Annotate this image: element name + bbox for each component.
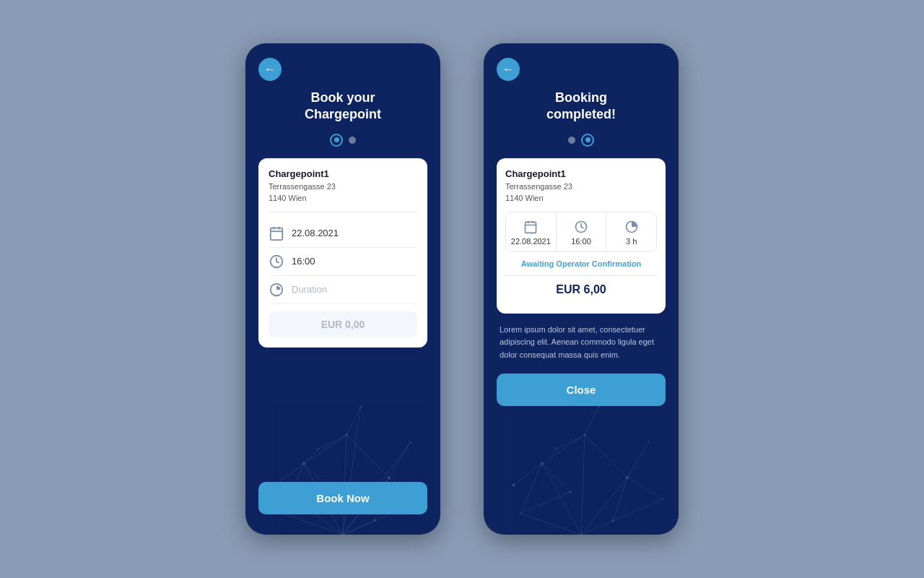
dot-inactive-right <box>568 137 575 144</box>
dot-inactive-left <box>349 137 356 144</box>
duration-row[interactable]: Duration <box>269 276 417 304</box>
dot-active-left <box>330 134 343 147</box>
booking-result-card: Chargepoint1 Terrassengasse 23 1140 Wien… <box>497 158 666 314</box>
left-phone-card: ← Book your Chargepoint Chargepoint1 Ter… <box>245 43 440 535</box>
location-name-right: Chargepoint1 <box>505 168 657 179</box>
detail-time: 16:00 <box>571 237 591 246</box>
booking-details-grid: 22.08.2021 16:00 3 h <box>505 212 657 252</box>
close-button[interactable]: Close <box>497 374 666 406</box>
right-card-inner: ← Booking completed! Chargepoint1 Terras… <box>484 43 679 535</box>
step-indicator-left <box>258 134 427 147</box>
time-value: 16:00 <box>292 256 315 267</box>
calendar-icon <box>269 225 284 241</box>
step-indicator-right <box>497 134 666 147</box>
status-label: Awaiting Operator Confirmation <box>505 252 657 276</box>
price-display-right: EUR 6,00 <box>505 276 657 303</box>
back-button-right[interactable]: ← <box>497 58 520 81</box>
right-phone-card: ← Booking completed! Chargepoint1 Terras… <box>484 43 679 535</box>
duration-icon <box>269 282 284 298</box>
location-address-left: Terrassengasse 23 1140 Wien <box>269 181 417 204</box>
duration-placeholder: Duration <box>292 284 327 295</box>
clock-icon-left <box>269 254 284 269</box>
time-row[interactable]: 16:00 <box>269 248 417 276</box>
date-value: 22.08.2021 <box>292 228 339 238</box>
location-name-left: Chargepoint1 <box>269 168 417 179</box>
page-title-right: Booking completed! <box>497 90 666 124</box>
back-button-left[interactable]: ← <box>258 58 282 81</box>
date-row[interactable]: 22.08.2021 <box>269 220 417 248</box>
pie-icon-right <box>624 220 639 234</box>
detail-duration-cell: 3 h <box>606 212 656 251</box>
detail-date: 22.08.2021 <box>511 237 551 246</box>
location-address-right: Terrassengasse 23 1140 Wien <box>505 181 657 204</box>
page-title-left: Book your Chargepoint <box>258 90 427 124</box>
card-divider <box>269 212 417 212</box>
price-display-left: EUR 0,00 <box>269 311 417 337</box>
detail-date-cell: 22.08.2021 <box>506 212 557 251</box>
booking-form-card: Chargepoint1 Terrassengasse 23 1140 Wien… <box>258 158 427 348</box>
book-now-button[interactable]: Book Now <box>258 482 427 514</box>
left-card-inner: ← Book your Chargepoint Chargepoint1 Ter… <box>245 43 440 535</box>
svg-rect-65 <box>526 222 536 233</box>
calendar-icon-right <box>523 220 538 234</box>
clock-icon-right <box>574 220 588 234</box>
detail-duration: 3 h <box>626 237 637 246</box>
detail-time-cell: 16:00 <box>557 212 607 251</box>
svg-rect-32 <box>271 228 283 240</box>
info-text: Lorem ipsum dolor sit amet, consectetuer… <box>497 324 666 362</box>
dot-active-right <box>581 134 594 147</box>
